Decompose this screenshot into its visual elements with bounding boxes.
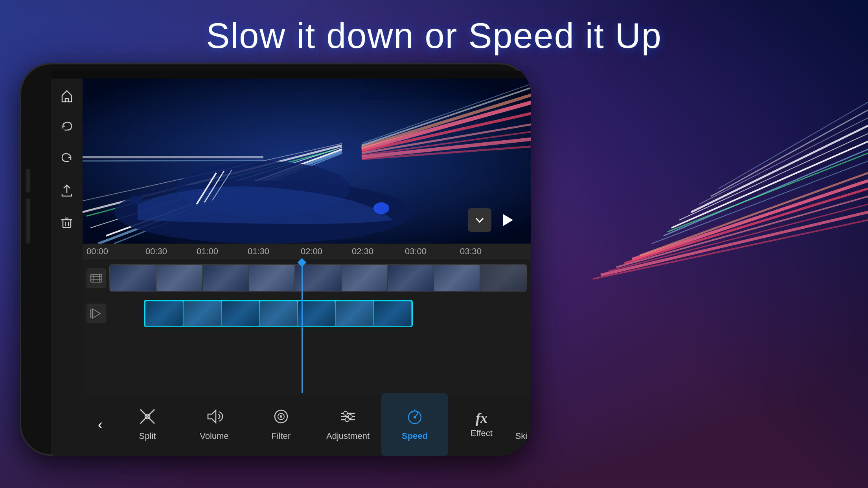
toolbar-item-split[interactable]: Split bbox=[114, 393, 181, 456]
timeline-tracks bbox=[83, 259, 531, 393]
ruler-mark-5: 02:30 bbox=[352, 246, 373, 257]
toolbar-item-filter[interactable]: Filter bbox=[248, 393, 314, 456]
filter-icon bbox=[272, 408, 290, 428]
speed-icon bbox=[406, 408, 423, 428]
volume-icon bbox=[206, 408, 223, 428]
phone-screen: 00:00 00:30 01:00 01:30 02:00 02:30 03:0… bbox=[51, 71, 531, 456]
redo-icon[interactable] bbox=[57, 149, 77, 169]
volume-button-1 bbox=[26, 169, 30, 193]
svg-point-37 bbox=[373, 202, 389, 214]
toolbar-back-button[interactable]: ‹ bbox=[86, 393, 114, 456]
timeline-area: 00:00 00:30 01:00 01:30 02:00 02:30 03:0… bbox=[83, 244, 531, 456]
ruler-mark-0: 00:00 bbox=[86, 246, 108, 257]
adjustment-icon bbox=[339, 408, 357, 428]
ruler-mark-6: 03:00 bbox=[405, 246, 427, 257]
svg-marker-53 bbox=[92, 309, 100, 318]
toolbar-items: Split Volume bbox=[114, 393, 527, 456]
effect-label: Effect bbox=[471, 428, 493, 438]
split-icon bbox=[139, 408, 156, 428]
play-button[interactable] bbox=[495, 208, 519, 232]
split-label: Split bbox=[139, 431, 156, 441]
undo-icon[interactable] bbox=[57, 118, 77, 138]
skin-smoothener-label: Skin Smoothener bbox=[515, 431, 527, 441]
filter-label: Filter bbox=[272, 431, 291, 441]
svg-marker-58 bbox=[208, 410, 216, 423]
timeline-ruler: 00:00 00:30 01:00 01:30 02:00 02:30 03:0… bbox=[83, 244, 531, 259]
ruler-mark-7: 03:30 bbox=[460, 246, 482, 257]
toolbar-item-adjustment[interactable]: Adjustment bbox=[314, 393, 381, 456]
svg-point-61 bbox=[280, 415, 282, 418]
sub-video-track bbox=[83, 298, 531, 329]
ruler-mark-2: 01:00 bbox=[197, 246, 218, 257]
ruler-mark-3: 01:30 bbox=[248, 246, 269, 257]
svg-rect-17 bbox=[63, 220, 71, 227]
playhead bbox=[302, 259, 303, 393]
sub-track-icon bbox=[86, 304, 106, 323]
volume-label: Volume bbox=[200, 431, 228, 441]
delete-icon[interactable] bbox=[57, 212, 77, 232]
export-icon[interactable] bbox=[57, 181, 77, 200]
speed-label: Speed bbox=[402, 431, 428, 441]
svg-rect-36 bbox=[131, 196, 142, 204]
page-title: Slow it down or Speed it Up bbox=[0, 16, 868, 56]
main-track-icon bbox=[86, 268, 106, 288]
svg-line-29 bbox=[83, 160, 263, 161]
main-track-content[interactable] bbox=[109, 264, 527, 292]
main-content: 00:00 00:30 01:00 01:30 02:00 02:30 03:0… bbox=[83, 79, 531, 456]
toolbar-item-speed[interactable]: Speed bbox=[381, 393, 448, 456]
sub-track-content[interactable] bbox=[144, 300, 413, 327]
ruler-mark-1: 00:30 bbox=[145, 246, 167, 257]
svg-point-71 bbox=[414, 416, 416, 418]
svg-rect-48 bbox=[91, 274, 102, 282]
toolbar-item-skin-smoothener[interactable]: Skin Smoothener bbox=[515, 393, 527, 456]
bottom-toolbar: ‹ Split bbox=[83, 393, 531, 456]
video-preview bbox=[83, 79, 531, 244]
svg-marker-47 bbox=[503, 214, 513, 226]
svg-point-65 bbox=[344, 411, 348, 415]
toolbar-item-volume[interactable]: Volume bbox=[181, 393, 248, 456]
power-button bbox=[26, 212, 30, 244]
ruler-mark-4: 02:00 bbox=[301, 246, 322, 257]
main-video-track bbox=[83, 262, 531, 294]
phone-frame: 00:00 00:30 01:00 01:30 02:00 02:30 03:0… bbox=[20, 63, 531, 456]
toolbar-item-effect[interactable]: fx Effect bbox=[448, 393, 515, 456]
svg-point-67 bbox=[345, 418, 349, 422]
svg-point-66 bbox=[348, 415, 352, 418]
home-icon[interactable] bbox=[57, 86, 77, 106]
effect-icon: fx bbox=[476, 411, 487, 425]
adjustment-label: Adjustment bbox=[326, 431, 370, 441]
expand-button[interactable] bbox=[468, 208, 491, 232]
sidebar bbox=[51, 79, 83, 456]
